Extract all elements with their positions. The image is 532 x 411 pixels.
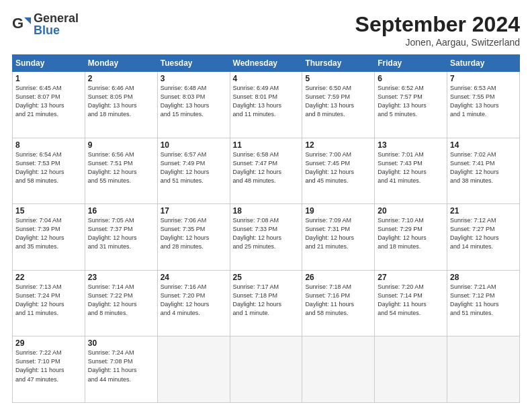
logo-general-text: General xyxy=(34,12,79,24)
day-info: Sunrise: 7:18 AM Sunset: 7:16 PM Dayligh… xyxy=(305,283,371,318)
weekday-header-friday: Friday xyxy=(375,55,447,72)
day-number: 5 xyxy=(305,74,371,83)
day-number: 22 xyxy=(15,273,82,282)
day-number: 12 xyxy=(305,140,371,150)
calendar-cell: 29Sunrise: 7:22 AM Sunset: 7:10 PM Dayli… xyxy=(13,336,85,403)
day-info: Sunrise: 7:21 AM Sunset: 7:12 PM Dayligh… xyxy=(450,283,517,318)
day-number: 2 xyxy=(88,74,154,83)
day-number: 11 xyxy=(233,140,300,150)
calendar-cell: 13Sunrise: 7:01 AM Sunset: 7:43 PM Dayli… xyxy=(375,138,447,204)
calendar-cell: 17Sunrise: 7:06 AM Sunset: 7:35 PM Dayli… xyxy=(157,204,230,271)
calendar-cell: 21Sunrise: 7:12 AM Sunset: 7:27 PM Dayli… xyxy=(447,204,520,271)
calendar-cell: 8Sunrise: 6:54 AM Sunset: 7:53 PM Daylig… xyxy=(13,138,85,204)
calendar-cell: 25Sunrise: 7:17 AM Sunset: 7:18 PM Dayli… xyxy=(230,270,302,336)
day-info: Sunrise: 6:56 AM Sunset: 7:51 PM Dayligh… xyxy=(88,150,154,185)
day-info: Sunrise: 6:58 AM Sunset: 7:47 PM Dayligh… xyxy=(233,150,300,185)
calendar-page: G General Blue September 2024 Jonen, Aar… xyxy=(0,0,532,411)
weekday-header-row: SundayMondayTuesdayWednesdayThursdayFrid… xyxy=(13,55,520,72)
calendar-cell xyxy=(230,336,302,403)
day-info: Sunrise: 6:45 AM Sunset: 8:07 PM Dayligh… xyxy=(15,84,82,119)
weekday-header-monday: Monday xyxy=(85,55,157,72)
calendar-cell: 20Sunrise: 7:10 AM Sunset: 7:29 PM Dayli… xyxy=(375,204,447,271)
day-number: 15 xyxy=(15,206,82,216)
day-number: 23 xyxy=(88,273,154,282)
day-number: 10 xyxy=(161,140,227,150)
logo-icon: G xyxy=(12,15,31,34)
day-number: 6 xyxy=(378,74,444,83)
calendar-cell: 6Sunrise: 6:52 AM Sunset: 7:57 PM Daylig… xyxy=(375,72,447,138)
calendar-cell: 4Sunrise: 6:49 AM Sunset: 8:01 PM Daylig… xyxy=(230,72,302,138)
month-title: September 2024 xyxy=(355,12,520,37)
day-info: Sunrise: 7:08 AM Sunset: 7:33 PM Dayligh… xyxy=(233,216,300,251)
day-number: 26 xyxy=(305,273,371,282)
day-info: Sunrise: 6:48 AM Sunset: 8:03 PM Dayligh… xyxy=(161,84,227,119)
day-info: Sunrise: 7:09 AM Sunset: 7:31 PM Dayligh… xyxy=(305,216,371,251)
day-info: Sunrise: 7:10 AM Sunset: 7:29 PM Dayligh… xyxy=(378,216,444,251)
calendar-cell: 23Sunrise: 7:14 AM Sunset: 7:22 PM Dayli… xyxy=(85,270,157,336)
day-number: 4 xyxy=(233,74,300,83)
day-info: Sunrise: 7:00 AM Sunset: 7:45 PM Dayligh… xyxy=(305,150,371,185)
calendar-cell: 18Sunrise: 7:08 AM Sunset: 7:33 PM Dayli… xyxy=(230,204,302,271)
day-info: Sunrise: 6:50 AM Sunset: 7:59 PM Dayligh… xyxy=(305,84,371,119)
day-number: 19 xyxy=(305,206,371,216)
day-info: Sunrise: 7:13 AM Sunset: 7:24 PM Dayligh… xyxy=(15,283,82,318)
calendar-week-row: 29Sunrise: 7:22 AM Sunset: 7:10 PM Dayli… xyxy=(13,336,520,403)
logo: G General Blue xyxy=(12,12,79,36)
calendar-cell: 2Sunrise: 6:46 AM Sunset: 8:05 PM Daylig… xyxy=(85,72,157,138)
day-number: 28 xyxy=(450,273,517,282)
calendar-cell: 9Sunrise: 6:56 AM Sunset: 7:51 PM Daylig… xyxy=(85,138,157,204)
day-info: Sunrise: 7:20 AM Sunset: 7:14 PM Dayligh… xyxy=(378,283,444,318)
calendar-cell xyxy=(302,336,375,403)
calendar-cell: 15Sunrise: 7:04 AM Sunset: 7:39 PM Dayli… xyxy=(13,204,85,271)
day-info: Sunrise: 7:16 AM Sunset: 7:20 PM Dayligh… xyxy=(161,283,227,318)
calendar-cell xyxy=(375,336,447,403)
calendar-week-row: 15Sunrise: 7:04 AM Sunset: 7:39 PM Dayli… xyxy=(13,204,520,271)
calendar-cell: 22Sunrise: 7:13 AM Sunset: 7:24 PM Dayli… xyxy=(13,270,85,336)
day-number: 14 xyxy=(450,140,517,150)
day-info: Sunrise: 6:53 AM Sunset: 7:55 PM Dayligh… xyxy=(450,84,517,119)
day-number: 27 xyxy=(378,273,444,282)
day-number: 16 xyxy=(88,206,154,216)
day-number: 21 xyxy=(450,206,517,216)
day-info: Sunrise: 7:06 AM Sunset: 7:35 PM Dayligh… xyxy=(161,216,227,251)
day-number: 29 xyxy=(15,338,82,348)
calendar-cell: 30Sunrise: 7:24 AM Sunset: 7:08 PM Dayli… xyxy=(85,336,157,403)
calendar-cell: 16Sunrise: 7:05 AM Sunset: 7:37 PM Dayli… xyxy=(85,204,157,271)
title-block: September 2024 Jonen, Aargau, Switzerlan… xyxy=(355,12,520,48)
calendar-cell: 19Sunrise: 7:09 AM Sunset: 7:31 PM Dayli… xyxy=(302,204,375,271)
location-text: Jonen, Aargau, Switzerland xyxy=(355,37,520,48)
calendar-cell: 10Sunrise: 6:57 AM Sunset: 7:49 PM Dayli… xyxy=(157,138,230,204)
calendar-cell xyxy=(157,336,230,403)
day-info: Sunrise: 7:14 AM Sunset: 7:22 PM Dayligh… xyxy=(88,283,154,318)
weekday-header-sunday: Sunday xyxy=(13,55,85,72)
day-info: Sunrise: 6:54 AM Sunset: 7:53 PM Dayligh… xyxy=(15,150,82,185)
day-number: 17 xyxy=(161,206,227,216)
day-number: 8 xyxy=(15,140,82,150)
svg-marker-1 xyxy=(24,17,31,24)
day-number: 30 xyxy=(88,338,154,348)
calendar-table: SundayMondayTuesdayWednesdayThursdayFrid… xyxy=(12,54,520,403)
day-number: 25 xyxy=(233,273,300,282)
day-info: Sunrise: 6:46 AM Sunset: 8:05 PM Dayligh… xyxy=(88,84,154,119)
day-info: Sunrise: 7:12 AM Sunset: 7:27 PM Dayligh… xyxy=(450,216,517,251)
weekday-header-tuesday: Tuesday xyxy=(157,55,230,72)
day-number: 7 xyxy=(450,74,517,83)
day-number: 13 xyxy=(378,140,444,150)
day-info: Sunrise: 6:49 AM Sunset: 8:01 PM Dayligh… xyxy=(233,84,300,119)
calendar-cell: 5Sunrise: 6:50 AM Sunset: 7:59 PM Daylig… xyxy=(302,72,375,138)
svg-text:G: G xyxy=(12,15,24,32)
day-info: Sunrise: 6:57 AM Sunset: 7:49 PM Dayligh… xyxy=(161,150,227,185)
day-info: Sunrise: 7:04 AM Sunset: 7:39 PM Dayligh… xyxy=(15,216,82,251)
calendar-week-row: 1Sunrise: 6:45 AM Sunset: 8:07 PM Daylig… xyxy=(13,72,520,138)
day-info: Sunrise: 7:01 AM Sunset: 7:43 PM Dayligh… xyxy=(378,150,444,185)
calendar-cell: 24Sunrise: 7:16 AM Sunset: 7:20 PM Dayli… xyxy=(157,270,230,336)
day-info: Sunrise: 7:05 AM Sunset: 7:37 PM Dayligh… xyxy=(88,216,154,251)
calendar-cell: 1Sunrise: 6:45 AM Sunset: 8:07 PM Daylig… xyxy=(13,72,85,138)
header: G General Blue September 2024 Jonen, Aar… xyxy=(12,12,520,48)
logo-blue-text: Blue xyxy=(34,24,79,36)
calendar-cell: 28Sunrise: 7:21 AM Sunset: 7:12 PM Dayli… xyxy=(447,270,520,336)
day-number: 20 xyxy=(378,206,444,216)
calendar-cell: 3Sunrise: 6:48 AM Sunset: 8:03 PM Daylig… xyxy=(157,72,230,138)
day-number: 3 xyxy=(161,74,227,83)
day-number: 9 xyxy=(88,140,154,150)
